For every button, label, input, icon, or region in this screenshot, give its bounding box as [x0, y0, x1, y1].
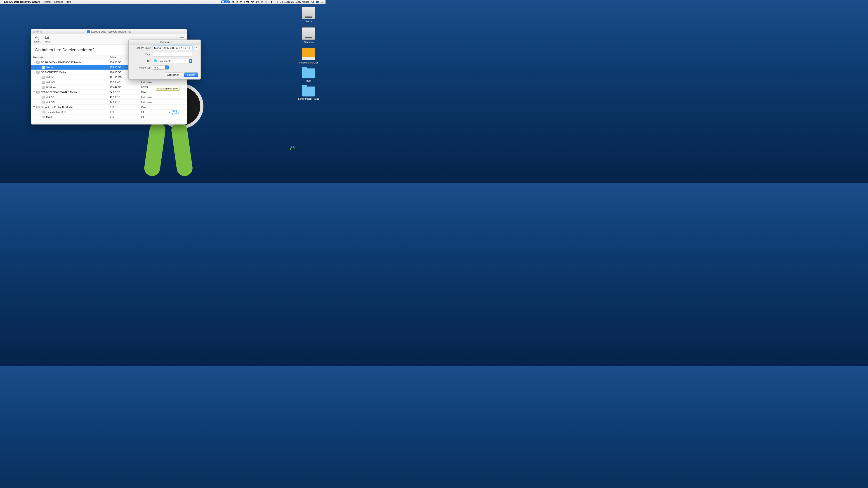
menubar-clock[interactable]: Do. 12:10:26 [280, 0, 294, 3]
spotlight-icon[interactable] [311, 0, 314, 3]
volume-icon [41, 76, 45, 78]
disk-size: 1.00 TB [110, 116, 141, 119]
desktop-icon-sierra[interactable]: Sierra [302, 7, 315, 23]
disk-name: disk2s1 [46, 96, 55, 98]
volume-icon [41, 81, 45, 84]
scan-button[interactable]: Scan [45, 35, 50, 43]
menubar-menu-window[interactable]: Fenster [43, 0, 51, 3]
expand-sheet-button[interactable] [194, 46, 198, 50]
svg-point-8 [316, 0, 319, 3]
disk-name: Sierra [46, 66, 53, 69]
external-drive-icon [302, 48, 315, 60]
svg-rect-15 [168, 112, 170, 113]
dropbox-icon[interactable] [251, 0, 254, 3]
desktop-icon-timemachineusb[interactable]: TimeMachineUSB [299, 48, 318, 64]
android-head-icon [290, 147, 296, 151]
desktop-icon-label: Schreibtisch - iMac [298, 97, 319, 100]
disclosure-triangle-icon[interactable] [33, 92, 35, 93]
desktop-icon-label: TimeMachineUSB [299, 61, 318, 64]
disk-name: Seagate BUP Slim BL Media [41, 106, 72, 108]
disk-size: 17.09 GB [110, 101, 141, 103]
menubar-menu-help[interactable]: Hilfe [66, 0, 71, 3]
image-type-popup[interactable]: dmg [153, 65, 169, 70]
menubar: EaseUS Data Recovery Wizard Fenster Spra… [0, 0, 326, 4]
status-dot-icon[interactable] [316, 0, 319, 3]
disk-name: OCZ-VERTEX3 Media [41, 71, 66, 74]
displays-icon[interactable] [246, 0, 249, 3]
volume-icon [36, 91, 39, 94]
desktop-icon-label: neu [307, 79, 311, 82]
folder-icon [302, 68, 315, 78]
disk-row[interactable]: MAC1.00 TBHFS+ [31, 115, 187, 120]
temperature-badge[interactable]: 31° [221, 0, 230, 3]
k-menu-icon[interactable]: K [237, 0, 238, 3]
cancel-button[interactable]: Abbrechen [164, 72, 182, 77]
disk-row[interactable]: disk2s146.93 GBUnknown [31, 95, 187, 100]
where-popup[interactable]: Dokumente [153, 59, 192, 63]
disk-name: TOSHIBA THNSNH256GBST Media [41, 61, 81, 64]
volume-icon [41, 66, 45, 69]
volume-icon [41, 101, 45, 103]
desktop-icon-label: Windows [304, 41, 314, 43]
svg-point-4 [267, 2, 267, 3]
disk-row[interactable]: disk2s517.09 GBUnknown [31, 100, 187, 105]
harddisk-icon [302, 7, 315, 19]
desktop-icon-schreibtisch-imac[interactable]: Schreibtisch - iMac [298, 87, 319, 100]
wifi-icon[interactable] [266, 0, 268, 3]
fan-icon[interactable]: ✻ [240, 0, 242, 3]
save-as-field[interactable] [153, 46, 192, 50]
volume-icon [41, 116, 45, 119]
window-titlebar[interactable]: EaseUS Data Recovery Wizard Trial [31, 29, 187, 34]
desktop-icon-windows[interactable]: Windows [302, 27, 315, 43]
horizontal-scrollbar[interactable] [33, 120, 185, 123]
svg-point-6 [312, 1, 313, 2]
folder-icon [302, 87, 315, 96]
disk-size: 119.44 GB [110, 86, 141, 89]
label-image-type: Image Typ: [131, 66, 151, 69]
disclosure-triangle-icon[interactable] [33, 62, 35, 63]
label-tags: Tags: [131, 53, 151, 56]
svg-rect-0 [222, 1, 224, 2]
disk-format: Unknown [141, 96, 168, 98]
back-button[interactable]: Zurück [34, 35, 41, 43]
disk-name: disk2s5 [46, 101, 55, 103]
disk-format: Unknown [141, 101, 168, 103]
desktop-icon-label: Sierra [305, 20, 312, 23]
disk-row[interactable]: disk1s316.78 MBUnknown [31, 80, 187, 85]
volume-icon [36, 106, 39, 108]
menubar-user[interactable]: Gary Madeo [296, 0, 309, 3]
label-where: Ort: [131, 60, 151, 62]
svg-line-14 [49, 39, 49, 39]
volume-icon [41, 96, 45, 98]
desktop-icons: SierraWindowsTimeMachineUSBneuSchreibtis… [295, 7, 322, 100]
protection-badge[interactable]: Nicht geschützt [168, 109, 187, 115]
keyboard-input-icon[interactable] [275, 0, 278, 3]
notification-center-icon[interactable] [321, 0, 324, 3]
bluetooth-icon[interactable] [260, 0, 264, 3]
desktop-icon-neu[interactable]: neu [302, 68, 315, 82]
disclosure-triangle-icon[interactable] [33, 106, 35, 107]
volume-icon[interactable] [270, 0, 273, 3]
save-sheet: Sichern Sichern unter: Tags: Ort: Dokume… [128, 39, 201, 79]
disk-size: 64.02 GB [110, 91, 141, 94]
menubar-menu-language[interactable]: Sprache [54, 0, 63, 3]
window-title: EaseUS Data Recovery Wizard Trial [31, 30, 187, 33]
divider-icon: |||| [244, 0, 245, 3]
disk-row[interactable]: TimeMachineUSB1.00 TBHFS+Nicht geschützt [31, 109, 187, 115]
menubar-app-name[interactable]: EaseUS Data Recovery Wizard [4, 0, 40, 3]
volume-icon [36, 61, 39, 64]
col-disk[interactable]: Festplatte [31, 56, 110, 59]
timemachine-icon[interactable] [256, 0, 259, 3]
disclosure-triangle-icon[interactable] [33, 72, 35, 73]
tags-field[interactable] [153, 52, 192, 57]
disk-format: HFS+ [141, 111, 168, 113]
disk-size: 2.00 TB [110, 106, 141, 108]
nvidia-icon[interactable] [232, 0, 235, 3]
volume-icon [41, 111, 45, 113]
disk-size: 1.00 TB [110, 111, 141, 113]
disk-row[interactable]: Seagate BUP Slim BL Media2.00 TBDisk [31, 105, 187, 109]
save-button[interactable]: Sichern [184, 72, 198, 77]
disk-name: Windows [46, 86, 56, 89]
volume-icon [36, 71, 39, 74]
svg-rect-5 [275, 1, 278, 3]
